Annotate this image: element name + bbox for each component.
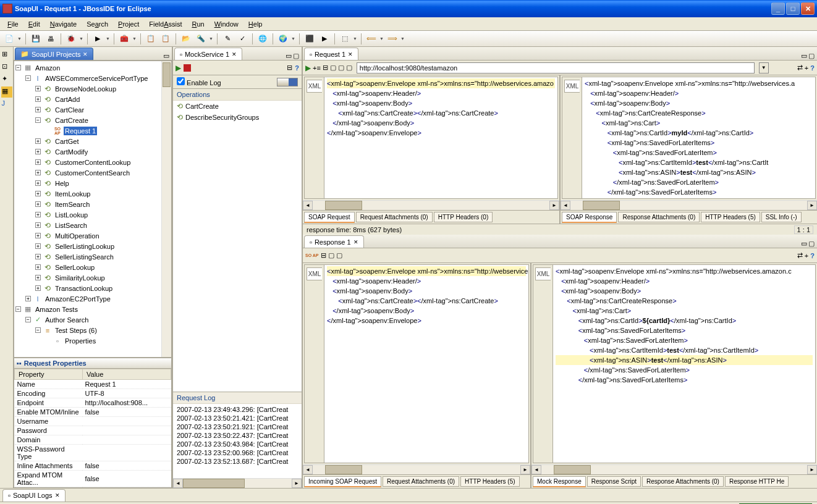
help-icon[interactable]: ? [810, 252, 815, 259]
table-row[interactable]: Username [15, 417, 171, 426]
table-row[interactable]: Inline Attachmentsfalse [15, 461, 171, 471]
menu-fieldassist[interactable]: FieldAssist [144, 19, 187, 29]
scrollbar-horizontal[interactable]: ◄► [173, 478, 302, 488]
stop-icon[interactable] [184, 64, 191, 72]
tree-toggle-icon[interactable]: + [35, 222, 41, 228]
annotate-button[interactable]: ✎ [221, 32, 234, 46]
col-property[interactable]: Property [15, 369, 83, 380]
back-button[interactable]: ⟸ [365, 32, 378, 46]
max-icon[interactable]: ▢ [808, 52, 815, 60]
icon[interactable]: ⊟ [323, 64, 328, 72]
request-editor-tab[interactable]: ▫ Request 1 ✕ [304, 48, 358, 60]
perspective-icon[interactable]: ✦ [1, 74, 12, 85]
stop-icon[interactable]: ⬛ [303, 32, 316, 46]
tree-node[interactable]: +⟲CartGet [15, 136, 170, 146]
tool-icon[interactable]: ⇄ [797, 251, 803, 259]
endpoint-field[interactable] [357, 62, 755, 74]
run2-icon[interactable]: ▶ [318, 32, 331, 46]
tree-node[interactable]: +⟲SimilarityLookup [15, 272, 170, 283]
scrollbar-horizontal[interactable]: ◄► [561, 200, 817, 210]
close-icon[interactable]: ✕ [232, 51, 237, 57]
bottom-tab[interactable]: Response HTTP He [725, 476, 789, 487]
tree-node[interactable]: SOAPRequest 1 [15, 125, 170, 136]
forward-button[interactable]: ⟹ [386, 32, 399, 46]
globe-icon[interactable]: 🌍 [276, 32, 290, 46]
dropdown-icon[interactable]: ▼ [353, 36, 358, 41]
toggle-switch[interactable] [277, 78, 298, 86]
bottom-tab[interactable]: HTTP Headers (5) [701, 212, 760, 222]
bottom-tab[interactable]: SOAP Request [304, 212, 355, 223]
dropdown-icon[interactable]: ▼ [132, 36, 137, 41]
table-row[interactable]: WSS-Password Type [15, 445, 171, 461]
menu-file[interactable]: File [2, 19, 23, 29]
tree-toggle-icon[interactable]: + [35, 264, 41, 270]
icon[interactable]: ▢ [328, 251, 334, 259]
tree-node[interactable]: −▦Amazon [15, 62, 170, 73]
bottom-tab[interactable]: HTTP Headers (0) [434, 212, 493, 222]
response-xml-viewer[interactable]: <xml-tag">soapenv:Envelope xml-ns">xmlns… [582, 77, 815, 198]
tree-node[interactable]: +⟲ItemSearch [15, 199, 170, 209]
tree-node[interactable]: +⟲CartClear [15, 104, 170, 115]
run-icon[interactable]: ▶ [176, 64, 181, 72]
add-icon[interactable]: + [805, 252, 808, 259]
menu-window[interactable]: Window [210, 19, 243, 29]
dropdown-icon[interactable]: ▼ [17, 36, 22, 41]
icon[interactable]: ▢ [330, 64, 336, 72]
close-icon[interactable]: ✕ [83, 51, 88, 57]
incoming-xml-viewer[interactable]: <xml-tag">soapenv:Envelope xml-ns">xmlns… [324, 265, 528, 463]
tree-toggle-icon[interactable]: + [35, 170, 41, 175]
debug-button[interactable]: 🐞 [64, 32, 78, 46]
soap-icon[interactable]: SO AP [305, 253, 319, 258]
build-all-button[interactable]: 📋 [159, 32, 172, 46]
projects-tab[interactable]: 📁 SoapUI Projects ✕ [15, 48, 93, 60]
task-button[interactable]: ✓ [235, 32, 249, 46]
icon[interactable]: ⊟ [321, 251, 326, 259]
bottom-tab[interactable]: Incoming SOAP Request [304, 476, 381, 487]
min-icon[interactable]: ▭ [801, 52, 807, 60]
response-tab[interactable]: ▫ Response 1 ✕ [304, 235, 364, 248]
menu-edit[interactable]: Edit [23, 19, 45, 29]
scrollbar-horizontal[interactable]: ◄► [531, 464, 817, 474]
table-row[interactable]: EncodingUTF-8 [15, 389, 171, 398]
menu-search[interactable]: Search [82, 19, 113, 29]
scrollbar-horizontal[interactable]: ◄► [303, 200, 559, 210]
tree-toggle-icon[interactable]: − [25, 317, 31, 322]
tree-node[interactable]: +⟲TransactionLookup [15, 283, 170, 293]
tree-toggle-icon[interactable]: + [35, 233, 41, 238]
tree-toggle-icon[interactable]: + [25, 296, 31, 301]
soapui-logs-tab[interactable]: ▫ SoapUI Logs ✕ [2, 489, 66, 502]
operation-item[interactable]: ⟲CartCreate [173, 101, 302, 112]
max-icon[interactable]: ▢ [808, 240, 815, 248]
max-icon[interactable]: ▢ [293, 52, 299, 60]
tree-node[interactable]: +⟲BrowseNodeLookup [15, 83, 170, 94]
bottom-tab[interactable]: SOAP Response [562, 212, 617, 223]
xml-tab[interactable]: XML [535, 267, 551, 280]
col-value[interactable]: Value [83, 369, 171, 380]
dropdown-icon[interactable]: ▼ [106, 36, 111, 41]
tree-toggle-icon[interactable]: + [35, 107, 41, 112]
tree-node[interactable]: +⟲MultiOperation [15, 230, 170, 241]
close-icon[interactable]: ✕ [353, 239, 358, 245]
close-icon[interactable]: ✕ [55, 492, 60, 498]
tree-toggle-icon[interactable]: + [35, 96, 41, 102]
tree-toggle-icon[interactable]: − [15, 306, 21, 312]
project-tree[interactable]: −▦Amazon−IAWSECommerceServicePortType+⟲B… [14, 61, 172, 358]
table-row[interactable]: Expand MTOM Attac...false [15, 471, 171, 487]
tree-toggle-icon[interactable]: + [35, 285, 41, 291]
request-xml-editor[interactable]: <xml-tag">soapenv:Envelope xml-ns">xmlns… [324, 77, 557, 198]
bottom-tab[interactable]: Request Attachments (0) [383, 476, 459, 487]
nav-icon[interactable]: ⬚ [338, 32, 352, 46]
minimize-button[interactable]: _ [771, 2, 785, 15]
tree-toggle-icon[interactable]: + [35, 243, 41, 249]
table-row[interactable]: Password [15, 426, 171, 435]
scrollbar-horizontal[interactable]: ◄► [303, 464, 530, 474]
bottom-tab[interactable]: Response Attachments (0) [618, 212, 700, 222]
table-row[interactable]: NameRequest 1 [15, 380, 171, 389]
tree-toggle-icon[interactable]: + [35, 159, 41, 165]
bottom-tab[interactable]: Request Attachments (0) [356, 212, 433, 222]
icon[interactable]: ▢ [338, 64, 344, 72]
enable-log-checkbox[interactable]: Enable Log [177, 77, 221, 86]
tree-node[interactable]: ▫Properties [15, 335, 170, 346]
help-icon[interactable]: ? [810, 64, 815, 72]
bottom-tab[interactable]: HTTP Headers (5) [460, 476, 520, 487]
